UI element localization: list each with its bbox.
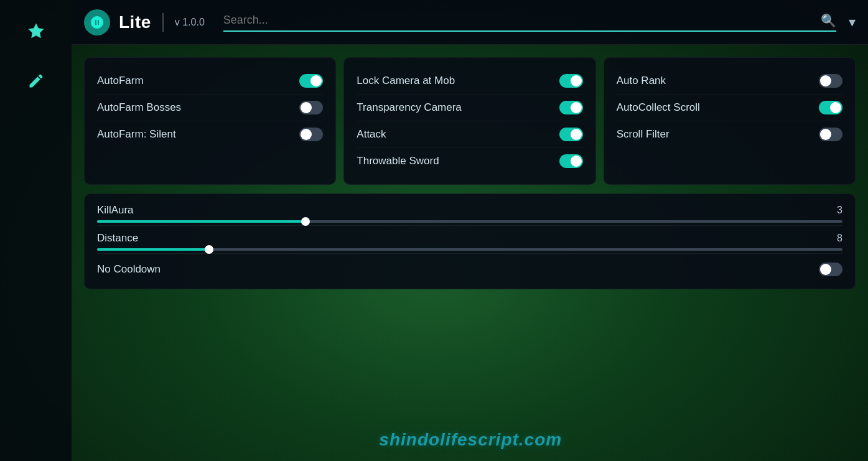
toggle-row: Scroll Filter: [617, 121, 842, 147]
slider-header: KillAura 3: [97, 204, 842, 217]
autofarm-toggle[interactable]: [299, 74, 323, 88]
slider-header: Distance 8: [97, 232, 842, 244]
toggle-label: Lock Camera at Mob: [357, 75, 455, 87]
toggle-label: AutoCollect Scroll: [617, 101, 700, 114]
transparency-camera-toggle[interactable]: [559, 101, 583, 114]
title-divider: [162, 13, 164, 32]
sidebar: [0, 0, 72, 461]
toggle-row: Attack: [357, 121, 582, 148]
toggle-label: Transparency Camera: [357, 101, 462, 114]
app-version: v 1.0.0: [175, 17, 205, 28]
toggle-label: AutoFarm: Silent: [97, 128, 176, 141]
killaura-slider-row: KillAura 3: [97, 198, 842, 226]
throwable-sword-toggle[interactable]: [559, 154, 583, 168]
lock-camera-toggle[interactable]: [559, 74, 583, 88]
toggle-row: Throwable Sword: [357, 148, 582, 174]
distance-track: [97, 248, 842, 251]
toggle-row: AutoFarm: Silent: [97, 121, 323, 147]
camera-card: Lock Camera at Mob Transparency Camera A…: [343, 57, 595, 185]
no-cooldown-toggle[interactable]: [819, 263, 842, 276]
main-content: AutoFarm AutoFarm Bosses AutoFarm: Silen…: [72, 45, 868, 461]
distance-value: 8: [837, 233, 842, 244]
dropdown-chevron[interactable]: ▾: [849, 14, 856, 30]
app-title: Lite: [119, 12, 151, 32]
distance-slider-row: Distance 8: [97, 226, 842, 254]
toggle-label: AutoFarm Bosses: [97, 101, 181, 114]
toggle-row: Lock Camera at Mob: [357, 68, 582, 95]
toggle-row: AutoFarm: [97, 68, 323, 95]
toggle-row: Transparency Camera: [357, 95, 582, 121]
toggle-row: Auto Rank: [617, 68, 842, 95]
sidebar-item-edit[interactable]: [20, 65, 52, 97]
killaura-thumb[interactable]: [301, 217, 310, 226]
killaura-fill: [97, 220, 306, 223]
toggle-label: Scroll Filter: [617, 128, 670, 141]
no-cooldown-label: No Cooldown: [97, 263, 161, 276]
killaura-track: [97, 220, 842, 223]
toggle-label: Attack: [357, 128, 386, 141]
no-cooldown-row: No Cooldown: [97, 254, 842, 282]
app-logo: [84, 9, 110, 35]
misc-card: Auto Rank AutoCollect Scroll Scroll Filt…: [604, 57, 856, 185]
scroll-filter-toggle[interactable]: [819, 128, 842, 141]
toggle-row: AutoCollect Scroll: [617, 95, 842, 121]
autofarm-silent-toggle[interactable]: [299, 128, 323, 141]
search-container: 🔍: [223, 13, 836, 32]
autofarm-card: AutoFarm AutoFarm Bosses AutoFarm: Silen…: [84, 57, 336, 185]
toggle-label: Auto Rank: [617, 75, 666, 87]
auto-rank-toggle[interactable]: [819, 74, 842, 88]
search-icon: 🔍: [821, 13, 836, 28]
toggle-label: Throwable Sword: [357, 155, 439, 167]
autocollect-scroll-toggle[interactable]: [819, 101, 842, 114]
toggle-row: AutoFarm Bosses: [97, 95, 323, 121]
distance-label: Distance: [97, 232, 138, 244]
attack-toggle[interactable]: [559, 128, 583, 141]
autofarm-bosses-toggle[interactable]: [299, 101, 323, 114]
killaura-label: KillAura: [97, 204, 134, 217]
distance-thumb[interactable]: [205, 245, 213, 254]
cards-grid: AutoFarm AutoFarm Bosses AutoFarm: Silen…: [84, 57, 856, 185]
search-input[interactable]: [223, 14, 816, 27]
watermark: shindolifescript.com: [379, 430, 562, 450]
distance-fill: [97, 248, 209, 251]
header-bar: Lite v 1.0.0 🔍 ▾: [72, 0, 868, 45]
sidebar-item-star[interactable]: [20, 15, 52, 47]
killaura-value: 3: [837, 205, 842, 216]
sliders-card: KillAura 3 Distance 8 No Cooldown: [84, 193, 856, 289]
toggle-label: AutoFarm: [97, 75, 144, 87]
